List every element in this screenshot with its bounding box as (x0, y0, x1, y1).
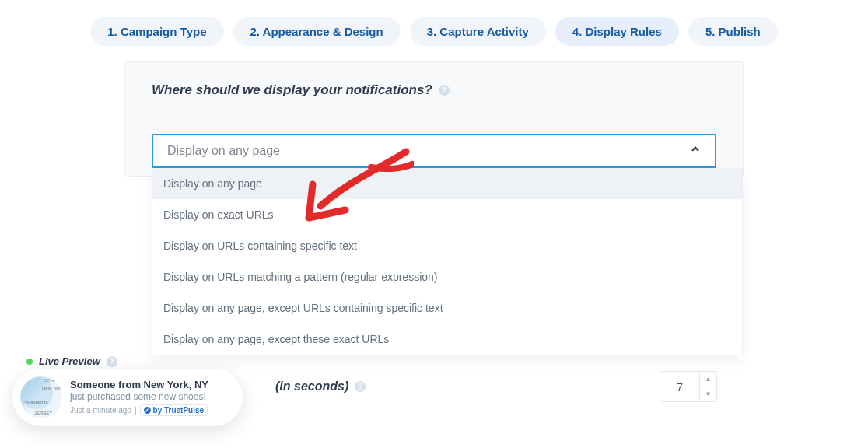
stepper-up-icon[interactable]: ▲ (700, 372, 716, 387)
step-capture-activity[interactable]: 3. Capture Activity (410, 17, 546, 46)
map-city-label: CONNEC (44, 378, 62, 383)
option-exact-urls[interactable]: Display on exact URLs (152, 199, 742, 230)
toast-subtitle: just purchased some new shoes! (70, 391, 208, 402)
live-preview-text: Live Preview (39, 355, 100, 367)
question-icon[interactable]: ? (355, 381, 366, 392)
toast-title: Someone from New York, NY (70, 379, 208, 390)
option-urls-containing[interactable]: Display on URLs containing specific text (152, 230, 742, 261)
select-value-text: Display on any page (167, 144, 280, 158)
live-preview-label: Live Preview ? (26, 355, 117, 367)
stepper-down-icon[interactable]: ▼ (700, 387, 716, 402)
toast-body: Someone from New York, NY just purchased… (70, 379, 208, 416)
delay-label-text: (in seconds) (275, 380, 348, 394)
option-urls-pattern[interactable]: Display on URLs matching a pattern (regu… (152, 261, 742, 292)
badge-text: by TrustPulse (153, 406, 205, 415)
step-appearance-design[interactable]: 2. Appearance & Design (233, 17, 401, 46)
step-campaign-type[interactable]: 1. Campaign Type (90, 17, 223, 46)
question-icon[interactable]: ? (107, 356, 117, 367)
delay-seconds-stepper[interactable]: ▲ ▼ (660, 371, 717, 402)
delay-seconds-input[interactable] (660, 372, 699, 401)
question-icon[interactable]: ? (439, 85, 450, 96)
notification-toast: Philadelphia New York CONNEC JERSEY Some… (12, 369, 243, 426)
option-except-exact[interactable]: Display on any page, except these exact … (152, 324, 742, 355)
option-except-containing[interactable]: Display on any page, except URLs contain… (152, 292, 742, 324)
display-section-title-text: Where should we display your notificatio… (152, 82, 432, 98)
map-thumbnail-icon: Philadelphia New York CONNEC JERSEY (20, 376, 62, 418)
toast-time: Just a minute ago (70, 406, 131, 415)
trustpulse-badge[interactable]: ✓ by TrustPulse (140, 404, 208, 416)
delay-label: (in seconds) ? (275, 380, 366, 394)
checkmark-icon: ✓ (144, 407, 151, 414)
display-on-select[interactable]: Display on any page (152, 134, 716, 168)
chevron-up-icon (690, 144, 701, 158)
live-dot-icon (26, 359, 33, 365)
option-any-page[interactable]: Display on any page (152, 168, 742, 199)
map-city-label: Philadelphia (23, 400, 48, 404)
display-section-title: Where should we display your notificatio… (152, 82, 716, 98)
display-on-dropdown: Display on any page Display on exact URL… (152, 168, 743, 355)
map-city-label: JERSEY (34, 411, 52, 415)
step-display-rules[interactable]: 4. Display Rules (555, 17, 679, 46)
display-settings-card: Where should we display your notificatio… (124, 61, 744, 177)
map-city-label: New York (42, 386, 61, 390)
wizard-steps: 1. Campaign Type 2. Appearance & Design … (0, 0, 868, 61)
step-publish[interactable]: 5. Publish (688, 17, 778, 46)
